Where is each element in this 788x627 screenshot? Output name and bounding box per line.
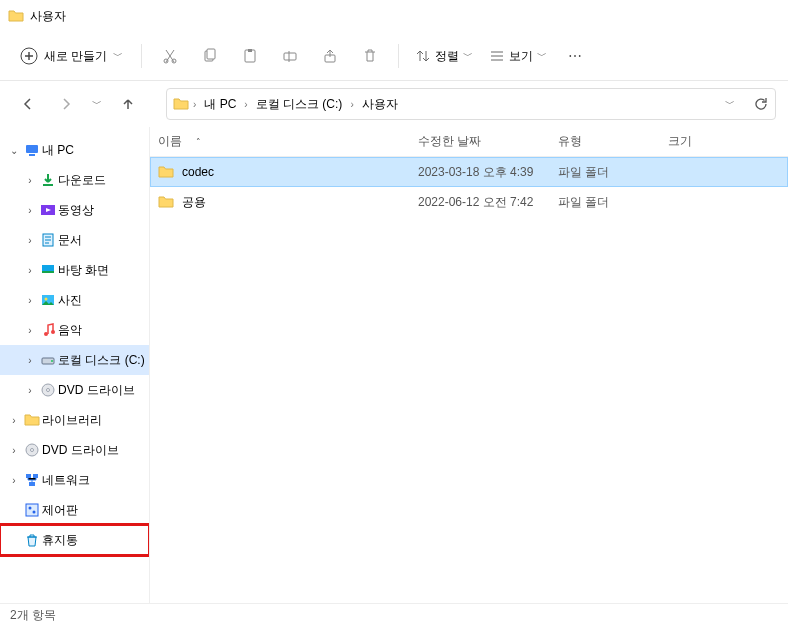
expand-icon[interactable]: ›: [22, 355, 38, 366]
item-count: 2개 항목: [10, 607, 56, 624]
col-size[interactable]: 크기: [660, 133, 720, 150]
tree-node-control-panel[interactable]: 제어판: [0, 495, 149, 525]
file-row[interactable]: codec2023-03-18 오후 4:39파일 폴더: [150, 157, 788, 187]
expand-icon[interactable]: ›: [22, 385, 38, 396]
list-icon: [489, 48, 505, 64]
crumb-local-disk[interactable]: 로컬 디스크 (C:): [252, 94, 347, 115]
crumb-current[interactable]: 사용자: [358, 94, 402, 115]
svg-point-21: [51, 360, 53, 362]
expand-icon[interactable]: ›: [22, 325, 38, 336]
copy-button[interactable]: [192, 40, 228, 72]
svg-rect-10: [29, 154, 35, 156]
nav-row: ﹀ › 내 PC › 로컬 디스크 (C:) › 사용자 ﹀: [0, 81, 788, 127]
folder-icon: [24, 412, 40, 428]
tree-label: 바탕 화면: [58, 262, 109, 279]
chevron-down-icon: ﹀: [113, 49, 123, 63]
share-button[interactable]: [312, 40, 348, 72]
expand-icon[interactable]: ›: [22, 205, 38, 216]
svg-point-2: [172, 59, 176, 63]
file-list[interactable]: codec2023-03-18 오후 4:39파일 폴더공용2022-06-12…: [150, 157, 788, 603]
new-button[interactable]: 새로 만들기 ﹀: [12, 43, 131, 69]
expand-icon[interactable]: ›: [22, 175, 38, 186]
forward-button[interactable]: [50, 88, 82, 120]
svg-rect-6: [248, 49, 252, 52]
new-label: 새로 만들기: [44, 48, 107, 65]
tree-node-pictures[interactable]: ›사진: [0, 285, 149, 315]
tree-node-music[interactable]: ›음악: [0, 315, 149, 345]
column-headers: 이름 ˄ 수정한 날짜 유형 크기: [150, 127, 788, 157]
tree-node-network[interactable]: ›네트워크: [0, 465, 149, 495]
file-row[interactable]: 공용2022-06-12 오전 7:42파일 폴더: [150, 187, 788, 217]
back-button[interactable]: [12, 88, 44, 120]
tree-label: 라이브러리: [42, 412, 102, 429]
paste-button[interactable]: [232, 40, 268, 72]
tree-label: 로컬 디스크 (C:): [58, 352, 145, 369]
nav-tree[interactable]: ⌄내 PC›다운로드›동영상›문서›바탕 화면›사진›음악›로컬 디스크 (C:…: [0, 127, 150, 603]
more-button[interactable]: ⋯: [557, 40, 593, 72]
expand-icon[interactable]: ›: [22, 235, 38, 246]
chevron-down-icon: ﹀: [537, 49, 547, 63]
folder-icon: [158, 194, 174, 210]
rename-button[interactable]: [272, 40, 308, 72]
doc-icon: [40, 232, 56, 248]
expand-icon[interactable]: ›: [22, 295, 38, 306]
svg-point-17: [45, 298, 48, 301]
cut-button[interactable]: [152, 40, 188, 72]
tree-node-documents[interactable]: ›문서: [0, 225, 149, 255]
chevron-down-icon[interactable]: ﹀: [725, 97, 735, 111]
tree-label: 다운로드: [58, 172, 106, 189]
file-type: 파일 폴더: [550, 194, 660, 211]
expand-icon[interactable]: ›: [22, 265, 38, 276]
col-name[interactable]: 이름 ˄: [150, 133, 410, 150]
expand-icon[interactable]: ›: [6, 445, 22, 456]
music-icon: [40, 322, 56, 338]
expand-icon[interactable]: ›: [6, 475, 22, 486]
up-button[interactable]: [112, 88, 144, 120]
tree-node-libraries[interactable]: ›라이브러리: [0, 405, 149, 435]
window-title: 사용자: [30, 8, 66, 25]
plus-circle-icon: [20, 47, 38, 65]
sort-button[interactable]: 정렬 ﹀: [409, 44, 479, 69]
col-date[interactable]: 수정한 날짜: [410, 133, 550, 150]
tree-label: DVD 드라이브: [58, 382, 135, 399]
col-type[interactable]: 유형: [550, 133, 660, 150]
picture-icon: [40, 292, 56, 308]
download-icon: [40, 172, 56, 188]
tree-node-this-pc[interactable]: ⌄내 PC: [0, 135, 149, 165]
delete-button[interactable]: [352, 40, 388, 72]
tree-node-dvd2[interactable]: ›DVD 드라이브: [0, 435, 149, 465]
tree-node-videos[interactable]: ›동영상: [0, 195, 149, 225]
chevron-right-icon: ›: [193, 99, 196, 110]
svg-point-30: [29, 507, 32, 510]
file-date: 2023-03-18 오후 4:39: [410, 164, 550, 181]
file-date: 2022-06-12 오전 7:42: [410, 194, 550, 211]
dvd-icon: [24, 442, 40, 458]
tree-node-desktop[interactable]: ›바탕 화면: [0, 255, 149, 285]
tree-node-dvd1[interactable]: ›DVD 드라이브: [0, 375, 149, 405]
expand-icon[interactable]: ⌄: [6, 145, 22, 156]
col-size-label: 크기: [668, 133, 692, 150]
recent-button[interactable]: ﹀: [88, 88, 106, 120]
tree-node-local-disk[interactable]: ›로컬 디스크 (C:): [0, 345, 149, 375]
tree-node-downloads[interactable]: ›다운로드: [0, 165, 149, 195]
sort-label: 정렬: [435, 48, 459, 65]
file-type: 파일 폴더: [550, 164, 660, 181]
crumb-this-pc[interactable]: 내 PC: [200, 94, 240, 115]
svg-rect-4: [207, 49, 215, 59]
view-label: 보기: [509, 48, 533, 65]
file-name: codec: [182, 165, 214, 179]
sort-asc-icon: ˄: [196, 137, 201, 147]
tree-label: DVD 드라이브: [42, 442, 119, 459]
sort-icon: [415, 48, 431, 64]
col-type-label: 유형: [558, 133, 582, 150]
refresh-button[interactable]: [753, 96, 769, 112]
svg-rect-15: [42, 271, 54, 273]
separator: [141, 44, 142, 68]
address-bar[interactable]: › 내 PC › 로컬 디스크 (C:) › 사용자 ﹀: [166, 88, 776, 120]
expand-icon[interactable]: ›: [6, 415, 22, 426]
drive-icon: [40, 352, 56, 368]
view-button[interactable]: 보기 ﹀: [483, 44, 553, 69]
tree-node-recycle[interactable]: 휴지통: [0, 525, 149, 555]
control-icon: [24, 502, 40, 518]
svg-rect-29: [26, 504, 38, 516]
